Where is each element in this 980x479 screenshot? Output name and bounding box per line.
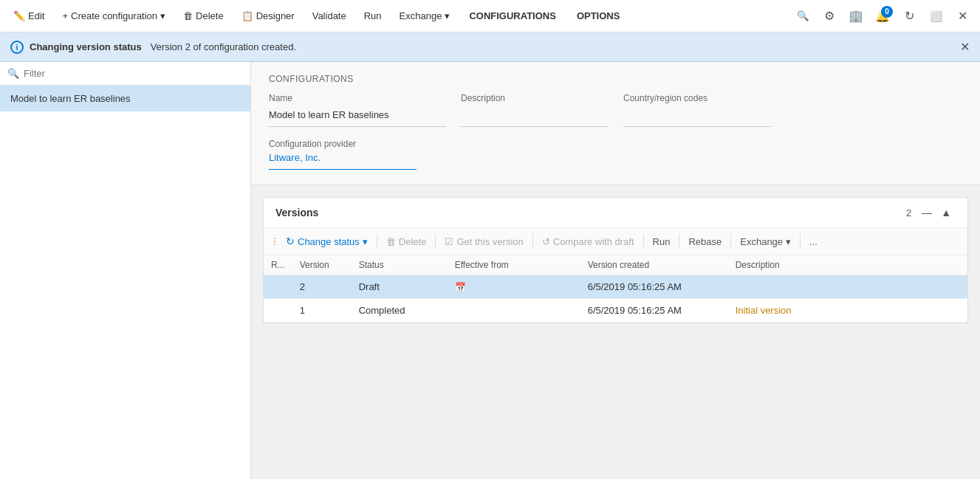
info-banner: i Changing version status Version 2 of c…	[0, 32, 980, 62]
versions-title: Versions	[275, 207, 906, 218]
versions-dash-button[interactable]: —	[917, 205, 936, 220]
maximize-icon: ⬜	[930, 10, 942, 22]
content-area: CONFIGURATIONS Name Model to learn ER ba…	[251, 62, 980, 479]
compare-with-draft-label: Compare with draft	[553, 236, 634, 247]
compare-with-draft-button[interactable]: ↺ Compare with draft	[536, 233, 640, 250]
refresh-button[interactable]: ↻	[897, 4, 921, 28]
col-header-status: Status	[352, 255, 448, 275]
change-status-button[interactable]: ↻ Change status ▾	[280, 232, 374, 250]
designer-icon: 📋	[241, 10, 253, 21]
versions-table: R... Version Status Effective from Versi…	[264, 255, 967, 323]
office-icon-button[interactable]: 🏢	[844, 4, 868, 28]
sidebar-item-label: Model to learn ER baselines	[10, 93, 131, 104]
filter-icon: 🔍	[7, 68, 19, 79]
name-field-group: Name Model to learn ER baselines	[269, 93, 461, 127]
vtb-sep-2	[435, 234, 436, 249]
exchange-button[interactable]: Exchange ▾	[392, 7, 458, 24]
row2-effective	[448, 299, 580, 323]
row2-r	[264, 299, 292, 323]
fields-row: Name Model to learn ER baselines Descrip…	[269, 93, 962, 127]
vtb-exchange-button[interactable]: Exchange ▾	[734, 233, 797, 250]
row2-status: Completed	[352, 299, 448, 323]
info-icon: i	[10, 41, 24, 54]
configurations-tab[interactable]: CONFIGURATIONS	[460, 7, 564, 24]
main-toolbar: ✏️ Edit + Create configuration ▾ 🗑 Delet…	[0, 0, 980, 32]
vtb-more-button[interactable]: ...	[803, 233, 823, 250]
maximize-button[interactable]: ⬜	[924, 4, 948, 28]
description-value	[461, 106, 609, 127]
options-tab[interactable]: OPTIONS	[568, 7, 629, 24]
vtb-sep-4	[643, 234, 644, 249]
config-section: CONFIGURATIONS Name Model to learn ER ba…	[251, 62, 980, 185]
description-field-group: Description	[461, 93, 623, 127]
col-header-r: R...	[264, 255, 292, 275]
chevron-down-icon-exchange: ▾	[445, 10, 450, 21]
provider-label: Configuration provider	[269, 139, 962, 149]
edit-icon: ✏️	[13, 10, 25, 21]
row1-r	[264, 275, 292, 299]
versions-collapse-button[interactable]: ▲	[936, 205, 956, 220]
row2-version: 1	[292, 299, 352, 323]
vtb-sep-6	[730, 234, 731, 249]
delete-button[interactable]: 🗑 Delete	[176, 7, 231, 24]
calendar-icon[interactable]: 📅	[455, 282, 466, 292]
table-row[interactable]: 2 Draft 📅 6/5/2019 05:16:25 AM	[264, 275, 967, 299]
settings-button[interactable]: ⚙	[818, 4, 841, 28]
vtb-sep-5	[679, 234, 679, 249]
vtb-run-button[interactable]: Run	[647, 233, 676, 250]
vtb-exchange-chevron: ▾	[786, 236, 791, 247]
designer-button[interactable]: 📋 Designer	[234, 7, 302, 24]
main-layout: 🔍 Model to learn ER baselines CONFIGURAT…	[0, 62, 980, 479]
col-header-version-created: Version created	[580, 255, 728, 275]
drag-handle[interactable]	[273, 236, 278, 247]
search-button[interactable]: 🔍	[791, 4, 815, 28]
country-label: Country/region codes	[623, 93, 771, 103]
close-icon: ✕	[958, 9, 967, 23]
close-button[interactable]: ✕	[950, 4, 974, 28]
create-label: Create configuration	[71, 10, 157, 21]
banner-text: Changing version status	[30, 41, 142, 52]
versions-panel: Versions 2 — ▲ ↻ Change status ▾	[263, 197, 968, 323]
table-row[interactable]: 1 Completed 6/5/2019 05:16:25 AM Initial…	[264, 299, 967, 323]
delete-label: Delete	[196, 10, 224, 21]
delete-icon: 🗑	[183, 10, 193, 21]
col-header-description: Description	[728, 255, 967, 275]
vtb-sep-3	[532, 234, 533, 249]
country-value	[623, 106, 771, 127]
sidebar-item-model[interactable]: Model to learn ER baselines	[0, 86, 250, 111]
row1-description	[728, 275, 967, 299]
banner-detail: Version 2 of configuration created.	[151, 41, 296, 52]
notification-badge: 0	[881, 6, 893, 18]
run-label: Run	[364, 10, 382, 21]
row1-version: 2	[292, 275, 352, 299]
edit-label: Edit	[28, 10, 44, 21]
sidebar: 🔍 Model to learn ER baselines	[0, 62, 251, 479]
provider-row: Configuration provider Litware, Inc.	[269, 139, 962, 170]
search-icon: 🔍	[797, 10, 809, 21]
provider-value[interactable]: Litware, Inc.	[269, 149, 417, 170]
notifications-button[interactable]: 🔔 0	[871, 4, 894, 28]
vtb-rebase-button[interactable]: Rebase	[682, 233, 727, 250]
get-this-version-button[interactable]: ☑ Get this version	[439, 233, 529, 250]
designer-label: Designer	[256, 10, 295, 21]
validate-label: Validate	[312, 10, 346, 21]
versions-header: Versions 2 — ▲	[264, 198, 967, 228]
vtb-delete-icon: 🗑	[386, 236, 396, 247]
change-status-label: Change status	[298, 236, 360, 247]
filter-input[interactable]	[24, 68, 243, 79]
row2-description: Initial version	[728, 299, 967, 323]
compare-icon: ↺	[542, 236, 550, 247]
banner-close-button[interactable]: ✕	[960, 40, 970, 54]
run-button[interactable]: Run	[357, 7, 389, 24]
vtb-delete-button[interactable]: 🗑 Delete	[380, 233, 433, 250]
exchange-label: Exchange	[400, 10, 442, 21]
edit-button[interactable]: ✏️ Edit	[6, 7, 52, 24]
change-status-icon: ↻	[286, 235, 295, 247]
row2-created: 6/5/2019 05:16:25 AM	[580, 299, 728, 323]
refresh-icon: ↻	[905, 9, 914, 23]
validate-button[interactable]: Validate	[305, 7, 354, 24]
vtb-more-label: ...	[809, 236, 818, 247]
row1-status: Draft	[352, 275, 448, 299]
settings-icon: ⚙	[824, 9, 835, 23]
create-configuration-button[interactable]: + Create configuration ▾	[55, 7, 173, 24]
